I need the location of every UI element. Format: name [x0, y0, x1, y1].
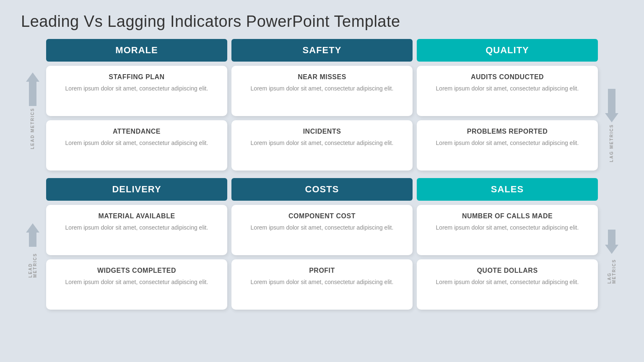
card-title: NEAR MISSES — [241, 73, 403, 81]
card-title: STAFFING PLAN — [55, 73, 218, 81]
card-text: Lorem ipsum dolor sit amet, consectetur … — [55, 139, 218, 147]
lag-metrics-label-bottom: LAG METRICS — [607, 256, 616, 284]
top-lead-cards: STAFFING PLAN Lorem ipsum dolor sit amet… — [46, 66, 598, 116]
bottom-lead-cards: MATERIAL AVAILABLE Lorem ipsum dolor sit… — [46, 205, 598, 255]
card-title: AUDITS CONDUCTED — [426, 73, 589, 81]
card-title: ATTENDANCE — [55, 128, 218, 135]
card-material-available: MATERIAL AVAILABLE Lorem ipsum dolor sit… — [46, 205, 227, 255]
arrow-body — [29, 82, 36, 106]
lead-metrics-label-bottom: LEAD METRICS — [28, 248, 37, 278]
card-text: Lorem ipsum dolor sit amet, consectetur … — [241, 223, 403, 232]
card-title: WIDGETS COMPLETED — [55, 267, 218, 274]
lead-metrics-label-top: LEAD METRICS — [30, 108, 35, 149]
card-component-cost: COMPONENT COST Lorem ipsum dolor sit ame… — [231, 205, 413, 255]
right-lag-arrow-group-bottom: LAG METRICS — [605, 230, 618, 284]
card-profit: PROFIT Lorem ipsum dolor sit amet, conse… — [231, 259, 413, 310]
card-audits-conducted: AUDITS CONDUCTED Lorem ipsum dolor sit a… — [417, 66, 598, 116]
arrow-head-icon-2 — [26, 223, 39, 233]
card-attendance: ATTENDANCE Lorem ipsum dolor sit amet, c… — [46, 120, 227, 171]
lead-up-arrow-bottom — [26, 223, 39, 247]
card-text: Lorem ipsum dolor sit amet, consectetur … — [241, 278, 403, 287]
card-title: NUMBER OF CALLS MADE — [426, 212, 589, 220]
card-text: Lorem ipsum dolor sit amet, consectetur … — [426, 278, 589, 287]
card-text: Lorem ipsum dolor sit amet, consectetur … — [426, 139, 589, 147]
top-lag-cards: ATTENDANCE Lorem ipsum dolor sit amet, c… — [46, 120, 598, 171]
lag-down-arrow-bottom — [605, 230, 618, 254]
arrow-body-r2 — [608, 230, 615, 245]
card-problems-reported: PROBLEMS REPORTED Lorem ipsum dolor sit … — [417, 120, 598, 171]
quality-header: QUALITY — [417, 39, 598, 62]
card-quote-dollars: QUOTE DOLLARS Lorem ipsum dolor sit amet… — [417, 259, 598, 310]
card-text: Lorem ipsum dolor sit amet, consectetur … — [55, 84, 218, 93]
safety-header: SAFETY — [231, 39, 413, 62]
card-text: Lorem ipsum dolor sit amet, consectetur … — [55, 278, 218, 287]
right-lag-arrow-group-top: LAG METRICS — [605, 86, 618, 165]
arrow-body-r1 — [608, 89, 615, 113]
morale-header: MORALE — [46, 39, 227, 62]
left-lead-arrow-group-top: LEAD METRICS — [26, 71, 39, 151]
card-title: MATERIAL AVAILABLE — [55, 212, 218, 220]
left-arrows: LEAD METRICS LEAD METRICS — [21, 39, 46, 310]
costs-header: COSTS — [231, 178, 413, 201]
main-layout: LEAD METRICS LEAD METRICS MORALE SAFETY … — [21, 39, 623, 310]
top-category-headers: MORALE SAFETY QUALITY — [46, 39, 598, 62]
card-number-of-calls: NUMBER OF CALLS MADE Lorem ipsum dolor s… — [417, 205, 598, 255]
card-text: Lorem ipsum dolor sit amet, consectetur … — [241, 139, 403, 147]
arrow-body-2 — [29, 233, 36, 247]
arrow-head-icon — [26, 72, 39, 82]
grid-area: MORALE SAFETY QUALITY STAFFING PLAN Lore… — [46, 39, 598, 310]
card-title: COMPONENT COST — [241, 212, 403, 220]
card-title: PROBLEMS REPORTED — [426, 128, 589, 135]
lag-down-arrow-top — [605, 89, 618, 122]
right-arrows: LAG METRICS LAG METRICS — [598, 39, 623, 310]
lead-up-arrow-top — [26, 72, 39, 106]
card-text: Lorem ipsum dolor sit amet, consectetur … — [241, 84, 403, 93]
bottom-half-grid: DELIVERY COSTS SALES MATERIAL AVAILABLE … — [46, 178, 598, 310]
bottom-lag-cards: WIDGETS COMPLETED Lorem ipsum dolor sit … — [46, 259, 598, 310]
lag-metrics-label-top: LAG METRICS — [609, 124, 614, 162]
card-text: Lorem ipsum dolor sit amet, consectetur … — [426, 223, 589, 232]
top-half-grid: MORALE SAFETY QUALITY STAFFING PLAN Lore… — [46, 39, 598, 171]
arrow-head-r1-icon — [605, 113, 618, 122]
left-lag-arrow-group-top: LEAD METRICS — [26, 223, 39, 278]
card-incidents: INCIDENTS Lorem ipsum dolor sit amet, co… — [231, 120, 413, 171]
bottom-category-headers: DELIVERY COSTS SALES — [46, 178, 598, 201]
card-widgets-completed: WIDGETS COMPLETED Lorem ipsum dolor sit … — [46, 259, 227, 310]
slide-title: Leading Vs Lagging Indicators PowerPoint… — [21, 13, 623, 31]
sales-header: SALES — [417, 178, 598, 201]
slide: Leading Vs Lagging Indicators PowerPoint… — [0, 0, 644, 362]
delivery-header: DELIVERY — [46, 178, 227, 201]
card-text: Lorem ipsum dolor sit amet, consectetur … — [426, 84, 589, 93]
card-title: INCIDENTS — [241, 128, 403, 135]
card-staffing-plan: STAFFING PLAN Lorem ipsum dolor sit amet… — [46, 66, 227, 116]
card-text: Lorem ipsum dolor sit amet, consectetur … — [55, 223, 218, 232]
card-near-misses: NEAR MISSES Lorem ipsum dolor sit amet, … — [231, 66, 413, 116]
arrow-head-r2-icon — [605, 245, 618, 254]
card-title: PROFIT — [241, 267, 403, 274]
card-title: QUOTE DOLLARS — [426, 267, 589, 274]
